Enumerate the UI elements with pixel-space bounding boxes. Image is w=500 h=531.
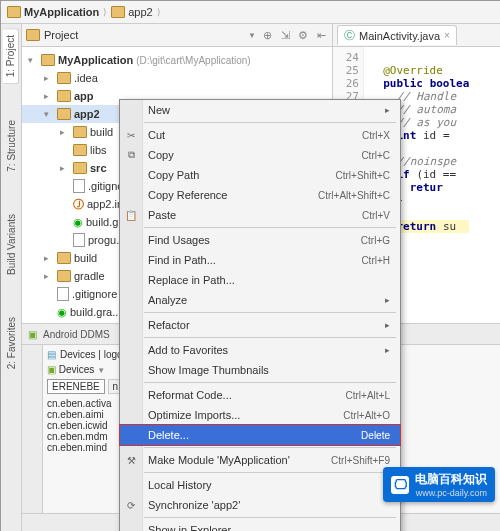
menu-delete[interactable]: Delete...Delete <box>120 425 400 445</box>
tree-item[interactable]: .gitignore <box>72 288 117 300</box>
chevron-right-icon[interactable]: ▸ <box>44 253 54 263</box>
tree-item[interactable]: app <box>74 90 94 102</box>
watermark-brand: 电脑百科知识 <box>415 471 487 488</box>
monitor-icon: 🖵 <box>391 476 409 494</box>
tree-item[interactable]: build <box>90 126 113 138</box>
chevron-right-icon: ⟩ <box>157 7 161 17</box>
file-icon <box>57 287 69 301</box>
menu-copy-path[interactable]: Copy PathCtrl+Shift+C <box>120 165 400 185</box>
menu-find-in-path[interactable]: Find in Path...Ctrl+H <box>120 250 400 270</box>
menu-copy[interactable]: ⧉CopyCtrl+C <box>120 145 400 165</box>
folder-icon <box>73 144 87 156</box>
folder-icon <box>111 6 125 18</box>
tree-item[interactable]: build.gra... <box>70 306 121 318</box>
chevron-right-icon: ▸ <box>385 105 390 115</box>
menu-show-thumbnails[interactable]: Show Image Thumbnails <box>120 360 400 380</box>
chevron-right-icon: ▸ <box>385 295 390 305</box>
gradle-icon: ◉ <box>73 216 83 229</box>
tree-item-app2[interactable]: app2 <box>74 108 100 120</box>
iml-icon: Ⓙ <box>73 197 84 212</box>
file-icon <box>73 233 85 247</box>
build-icon: ⚒ <box>124 455 138 466</box>
menu-make-module[interactable]: ⚒Make Module 'MyApplication'Ctrl+Shift+F… <box>120 450 400 470</box>
device-item[interactable]: ERENEBE <box>47 379 105 394</box>
folder-icon <box>57 90 71 102</box>
tree-root-path: (D:\git\cart\MyApplication) <box>136 55 250 66</box>
tree-item[interactable]: gradle <box>74 270 105 282</box>
chevron-right-icon: ▸ <box>385 345 390 355</box>
folder-icon <box>73 162 87 174</box>
menu-replace-in-path[interactable]: Replace in Path... <box>120 270 400 290</box>
dropdown-icon[interactable]: ▼ <box>248 31 256 40</box>
breadcrumb-item[interactable]: app2 <box>111 6 152 18</box>
chevron-right-icon[interactable]: ▸ <box>44 271 54 281</box>
tree-item[interactable]: .idea <box>74 72 98 84</box>
close-icon[interactable]: × <box>444 30 450 41</box>
chevron-right-icon[interactable]: ▸ <box>44 73 54 83</box>
tab-build-variants[interactable]: Build Variants <box>4 208 19 281</box>
tab-favorites[interactable]: 2: Favorites <box>4 311 19 375</box>
chevron-down-icon[interactable]: ▾ <box>44 109 54 119</box>
editor-tab-label: MainActivity.java <box>359 30 440 42</box>
android-icon: ▣ <box>28 329 37 340</box>
project-icon <box>26 29 40 41</box>
collapse-icon[interactable]: ⇲ <box>278 28 292 42</box>
menu-copy-reference[interactable]: Copy ReferenceCtrl+Alt+Shift+C <box>120 185 400 205</box>
watermark-badge: 🖵 电脑百科知识 www.pc-daily.com <box>383 467 495 502</box>
menu-synchronize[interactable]: ⟳Synchronize 'app2' <box>120 495 400 515</box>
tab-project[interactable]: 1: Project <box>3 28 19 84</box>
target-icon[interactable]: ⊕ <box>260 28 274 42</box>
file-icon <box>73 179 85 193</box>
menu-optimize-imports[interactable]: Optimize Imports...Ctrl+Alt+O <box>120 405 400 425</box>
editor-tab[interactable]: Ⓒ MainActivity.java × <box>337 25 457 45</box>
devices-icon: ▤ <box>47 349 56 360</box>
tree-item[interactable]: src <box>90 162 107 174</box>
chevron-right-icon: ⟩ <box>103 7 107 17</box>
android-icon: ▣ <box>47 364 56 375</box>
folder-icon <box>57 270 71 282</box>
chevron-down-icon[interactable]: ▾ <box>28 55 38 65</box>
folder-icon <box>57 252 71 264</box>
sync-icon: ⟳ <box>124 500 138 511</box>
chevron-right-icon[interactable]: ▸ <box>44 91 54 101</box>
paste-icon: 📋 <box>124 210 138 221</box>
menu-local-history[interactable]: Local History▸ <box>120 475 400 495</box>
folder-icon <box>73 126 87 138</box>
chevron-right-icon: ▸ <box>385 320 390 330</box>
tree-item[interactable]: libs <box>90 144 107 156</box>
breadcrumb-bar: MyApplication ⟩ app2 ⟩ <box>1 1 500 24</box>
hide-icon[interactable]: ⇤ <box>314 28 328 42</box>
copy-icon: ⧉ <box>124 149 138 161</box>
menu-show-in-explorer[interactable]: Show in Explorer <box>120 520 400 531</box>
devices-logcat-tab[interactable]: Devices | logca <box>60 349 128 360</box>
editor-tabbar: Ⓒ MainActivity.java × <box>333 24 500 47</box>
chevron-right-icon[interactable]: ▸ <box>60 163 70 173</box>
left-tabstrip: 1: Project 7: Structure Build Variants 2… <box>1 24 22 531</box>
folder-icon <box>57 72 71 84</box>
tree-item[interactable]: build <box>74 252 97 264</box>
cut-icon: ✂ <box>124 130 138 141</box>
project-tool-header: Project ▼ ⊕ ⇲ ⚙ ⇤ <box>22 24 332 47</box>
menu-analyze[interactable]: Analyze▸ <box>120 290 400 310</box>
folder-icon <box>57 108 71 120</box>
menu-reformat-code[interactable]: Reformat Code...Ctrl+Alt+L <box>120 385 400 405</box>
project-tool-title: Project <box>44 29 244 41</box>
menu-new[interactable]: New▸ <box>120 100 400 120</box>
devices-label: Devices <box>59 364 95 375</box>
gradle-icon: ◉ <box>57 306 67 319</box>
tab-structure[interactable]: 7: Structure <box>4 114 19 178</box>
breadcrumb-root[interactable]: MyApplication <box>7 6 99 18</box>
java-icon: Ⓒ <box>344 28 355 43</box>
tree-root-label[interactable]: MyApplication <box>58 54 133 66</box>
gear-icon[interactable]: ⚙ <box>296 28 310 42</box>
folder-icon <box>7 6 21 18</box>
menu-add-favorites[interactable]: Add to Favorites▸ <box>120 340 400 360</box>
context-menu: New▸ ✂CutCtrl+X ⧉CopyCtrl+C Copy PathCtr… <box>119 99 401 531</box>
menu-paste[interactable]: 📋PasteCtrl+V <box>120 205 400 225</box>
menu-cut[interactable]: ✂CutCtrl+X <box>120 125 400 145</box>
ddms-title: Android DDMS <box>43 329 110 340</box>
chevron-right-icon[interactable]: ▸ <box>60 127 70 137</box>
menu-refactor[interactable]: Refactor▸ <box>120 315 400 335</box>
folder-icon <box>41 54 55 66</box>
menu-find-usages[interactable]: Find UsagesCtrl+G <box>120 230 400 250</box>
